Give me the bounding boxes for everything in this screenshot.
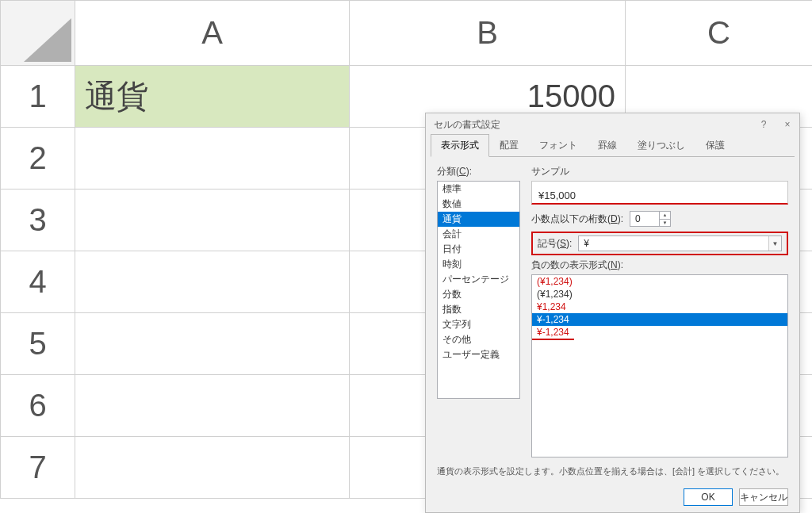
category-label: 分類(C): <box>437 165 520 178</box>
cell-a2[interactable] <box>75 128 350 190</box>
row-header-5[interactable]: 5 <box>1 313 75 375</box>
select-all-corner[interactable] <box>1 1 75 66</box>
negative-label: 負の数の表示形式(N): <box>531 258 788 272</box>
cell-a7[interactable] <box>75 437 350 499</box>
row-header-6[interactable]: 6 <box>1 375 75 437</box>
symbol-label: 記号(S): <box>538 237 572 251</box>
sample-label: サンプル <box>531 165 788 178</box>
symbol-combo[interactable]: ¥ ▼ <box>578 235 782 251</box>
sample-preview: ¥15,000 <box>531 181 788 205</box>
dialog-title: セルの書式設定 <box>434 118 752 132</box>
category-item[interactable]: 文字列 <box>438 317 519 332</box>
category-item[interactable]: 日付 <box>438 242 519 257</box>
dialog-titlebar[interactable]: セルの書式設定 ? × <box>426 113 799 136</box>
ok-button[interactable]: OK <box>684 488 733 506</box>
decimals-value[interactable]: 0 <box>630 212 659 226</box>
neg-item[interactable]: (¥1,234) <box>532 288 787 301</box>
hint-text: 通貨の表示形式を設定します。小数点位置を揃える場合は、[会計] を選択してくださ… <box>426 462 799 482</box>
cell-a3[interactable] <box>75 190 350 251</box>
tabs: 表示形式 配置 フォント 罫線 塗りつぶし 保護 <box>426 136 799 156</box>
chevron-down-icon[interactable]: ▼ <box>768 236 781 251</box>
category-item[interactable]: ユーザー定義 <box>438 347 519 362</box>
symbol-value: ¥ <box>584 238 589 249</box>
format-cells-dialog: セルの書式設定 ? × 表示形式 配置 フォント 罫線 塗りつぶし 保護 分類(… <box>425 113 800 513</box>
category-item[interactable]: 時刻 <box>438 257 519 272</box>
cell-a1[interactable]: 通貨 <box>75 66 350 128</box>
row-header-4[interactable]: 4 <box>1 251 75 313</box>
category-item[interactable]: 標準 <box>438 182 519 197</box>
category-item[interactable]: 会計 <box>438 227 519 242</box>
help-icon[interactable]: ? <box>752 113 776 136</box>
col-header-a[interactable]: A <box>75 1 350 66</box>
neg-item-selected[interactable]: ¥-1,234 <box>532 313 787 326</box>
category-list[interactable]: 標準 数値 通貨 会計 日付 時刻 パーセンテージ 分数 指数 文字列 その他 … <box>437 181 520 399</box>
category-item[interactable]: 指数 <box>438 302 519 317</box>
decimals-spinner[interactable]: 0 ▲ ▼ <box>630 211 671 227</box>
tab-protection[interactable]: 保護 <box>695 134 735 157</box>
category-item[interactable]: 数値 <box>438 197 519 212</box>
spinner-down-icon[interactable]: ▼ <box>660 220 670 227</box>
cell-a6[interactable] <box>75 375 350 437</box>
row-header-1[interactable]: 1 <box>1 66 75 128</box>
tab-fill[interactable]: 塗りつぶし <box>627 134 695 157</box>
neg-item[interactable]: ¥-1,234 <box>532 326 574 340</box>
category-item[interactable]: 分数 <box>438 287 519 302</box>
decimals-label: 小数点以下の桁数(D): <box>531 212 623 226</box>
row-header-2[interactable]: 2 <box>1 128 75 190</box>
tab-alignment[interactable]: 配置 <box>489 134 529 157</box>
row-header-3[interactable]: 3 <box>1 190 75 251</box>
tab-number-format[interactable]: 表示形式 <box>431 134 489 157</box>
cell-a4[interactable] <box>75 251 350 313</box>
tab-border[interactable]: 罫線 <box>588 134 627 157</box>
tab-font[interactable]: フォント <box>529 134 588 157</box>
col-header-b[interactable]: B <box>350 1 626 66</box>
close-icon[interactable]: × <box>776 113 799 136</box>
col-header-c[interactable]: C <box>626 1 813 66</box>
negative-format-list[interactable]: (¥1,234) (¥1,234) ¥1,234 ¥-1,234 ¥-1,234 <box>531 274 788 457</box>
row-header-7[interactable]: 7 <box>1 437 75 499</box>
category-item-currency[interactable]: 通貨 <box>438 212 519 227</box>
category-item[interactable]: その他 <box>438 332 519 347</box>
spinner-up-icon[interactable]: ▲ <box>660 212 670 220</box>
cell-a5[interactable] <box>75 313 350 375</box>
neg-item[interactable]: ¥1,234 <box>532 301 787 313</box>
cancel-button[interactable]: キャンセル <box>739 488 788 506</box>
category-item[interactable]: パーセンテージ <box>438 272 519 287</box>
neg-item[interactable]: (¥1,234) <box>532 275 787 288</box>
